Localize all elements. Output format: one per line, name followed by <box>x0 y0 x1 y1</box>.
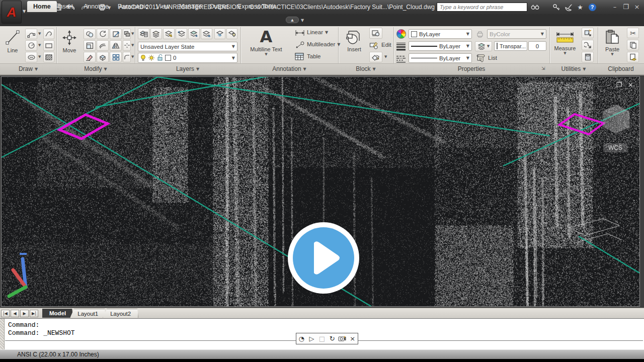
window-restore-button[interactable]: ❐ <box>621 3 631 11</box>
tab-model[interactable]: Model <box>42 309 73 318</box>
layer-previous-button[interactable] <box>176 28 187 39</box>
tab-express-tools[interactable]: Express Tools <box>231 1 283 12</box>
layer-match-button[interactable] <box>150 28 162 39</box>
scale-button[interactable] <box>84 40 96 51</box>
showmotion-pin-button[interactable]: ◔ <box>297 335 306 342</box>
showmotion-play-button[interactable]: ▷ <box>307 335 316 342</box>
window-close-button[interactable]: × <box>632 3 642 11</box>
showmotion-new-shot-button[interactable] <box>338 335 347 343</box>
tab-layout1[interactable]: Layout1 <box>70 309 106 318</box>
clipping-plane-right[interactable] <box>559 114 604 134</box>
layer-state-dropdown[interactable]: Unsaved Layer State ▼ <box>138 42 237 51</box>
last-tab-button[interactable]: ▶| <box>30 310 38 317</box>
window-minimize-button[interactable]: – <box>610 3 620 11</box>
measure-button[interactable]: Measure ▼ <box>551 27 579 62</box>
explode-3d-button[interactable] <box>97 52 109 62</box>
attributes-flyout-caret-icon[interactable]: ▼ <box>384 55 387 59</box>
table-button[interactable]: Table <box>307 53 321 59</box>
quick-calculator-button[interactable] <box>582 52 594 62</box>
multileader-button[interactable]: Multileader ▼ <box>307 41 340 47</box>
layer-isolate-button[interactable] <box>188 28 200 39</box>
tab-insert[interactable]: Insert <box>51 1 79 12</box>
fillet-button[interactable] <box>123 40 131 51</box>
copy-clip-button[interactable] <box>627 40 639 50</box>
viewcube[interactable]: 3D <box>600 103 632 135</box>
plot-style-dropdown[interactable]: ByColor ▼ <box>487 29 546 39</box>
paste-button[interactable]: Paste ▼ <box>601 27 624 62</box>
viewport-minimize-button[interactable]: – <box>607 81 610 88</box>
showmotion-loop-button[interactable]: ↻ <box>328 335 337 342</box>
infocenter-search-input[interactable] <box>437 3 527 12</box>
copy-button[interactable] <box>84 29 96 39</box>
panel-label-modify[interactable]: Modify▼ <box>56 64 135 73</box>
offset-button[interactable] <box>97 40 109 51</box>
hatch-button[interactable] <box>43 52 54 62</box>
tab-output[interactable]: Output <box>203 1 234 12</box>
video-play-button[interactable] <box>287 221 360 295</box>
favorites-button[interactable]: ★ <box>575 2 586 12</box>
rectangle-button[interactable] <box>43 40 54 51</box>
layer-freeze-button[interactable] <box>214 28 225 39</box>
explode-button[interactable] <box>123 29 131 39</box>
mirror-button[interactable] <box>110 40 122 51</box>
id-point-button[interactable] <box>582 40 594 50</box>
line-button[interactable]: Line <box>2 27 23 62</box>
minimize-ribbon-button[interactable]: ▲ <box>286 17 299 23</box>
quick-select-button[interactable] <box>582 28 594 38</box>
next-tab-button[interactable]: ▶ <box>20 310 29 317</box>
showmotion-stop-button[interactable]: □ <box>317 335 326 342</box>
ellipse-button[interactable] <box>25 52 37 62</box>
help-button[interactable]: ? <box>587 2 598 12</box>
edit-block-button[interactable]: Edit <box>381 42 391 48</box>
circle-button[interactable] <box>25 40 37 51</box>
erase-button[interactable] <box>84 52 96 62</box>
list-button[interactable]: List <box>488 55 497 61</box>
define-attributes-button[interactable] <box>369 52 382 62</box>
tab-annotate[interactable]: Annotate <box>77 1 115 12</box>
cut-button[interactable]: ✂ <box>627 28 639 38</box>
application-menu-button[interactable]: A <box>2 1 22 24</box>
panel-label-utilities[interactable]: Utilities▼ <box>549 64 598 73</box>
move-button[interactable]: Move <box>58 27 80 62</box>
linear-dimension-button[interactable]: Linear ▼ <box>307 29 328 35</box>
tab-view[interactable]: View <box>150 1 176 12</box>
minimize-ribbon-caret-icon[interactable]: ▼ <box>301 18 304 23</box>
arc-flyout-caret-icon[interactable]: ▼ <box>38 32 41 36</box>
multiline-text-button[interactable]: A Multiline Text ▼ <box>245 26 288 62</box>
chamfer-button[interactable] <box>123 52 131 62</box>
layer-off-button[interactable] <box>226 28 237 39</box>
viewport-close-button[interactable]: × <box>628 81 633 88</box>
panel-label-layers[interactable]: Layers▼ <box>135 64 240 73</box>
panel-label-block[interactable]: Block▼ <box>338 64 393 73</box>
first-tab-button[interactable]: |◀ <box>1 310 10 317</box>
layer-make-current-button[interactable] <box>163 28 175 39</box>
command-window-grip[interactable] <box>0 319 5 350</box>
panel-label-annotation[interactable]: Annotation▼ <box>240 64 338 73</box>
showmotion-close-button[interactable]: × <box>348 335 357 342</box>
explode-flyout-caret-icon[interactable]: ▼ <box>131 32 134 36</box>
create-block-button[interactable] <box>369 28 382 39</box>
fillet-flyout-caret-icon[interactable]: ▼ <box>131 43 134 47</box>
panel-label-clipboard[interactable]: Clipboard <box>598 64 644 73</box>
tab-manage[interactable]: Manage <box>173 1 208 12</box>
ellipse-flyout-caret-icon[interactable]: ▼ <box>38 55 41 59</box>
layer-properties-button[interactable] <box>138 28 149 39</box>
object-color-dropdown[interactable]: ByLayer ▼ <box>409 29 472 39</box>
chamfer-flyout-caret-icon[interactable]: ▼ <box>131 55 134 59</box>
subscription-center-button[interactable] <box>550 2 561 12</box>
lineweight-dropdown[interactable]: ByLayer ▼ <box>409 41 472 51</box>
panel-launcher-icon[interactable]: ⇲ <box>541 66 545 71</box>
transparency-value-field[interactable]: 0 <box>528 41 546 51</box>
transparency-flyout-button[interactable]: ▼ <box>475 41 492 51</box>
prev-tab-button[interactable]: ◀ <box>11 310 19 317</box>
polyline-button[interactable] <box>43 29 54 39</box>
tab-layout2[interactable]: Layout2 <box>103 309 138 318</box>
rotate-button[interactable] <box>97 29 109 39</box>
tab-parametric[interactable]: Parametric <box>112 1 154 12</box>
panel-label-properties[interactable]: Properties <box>393 64 549 73</box>
panel-label-draw[interactable]: Draw▼ <box>0 64 56 73</box>
communication-center-button[interactable] <box>563 2 574 12</box>
insert-block-button[interactable]: Insert <box>342 27 366 62</box>
arc-button[interactable] <box>25 29 37 39</box>
trim-button[interactable] <box>110 29 122 39</box>
